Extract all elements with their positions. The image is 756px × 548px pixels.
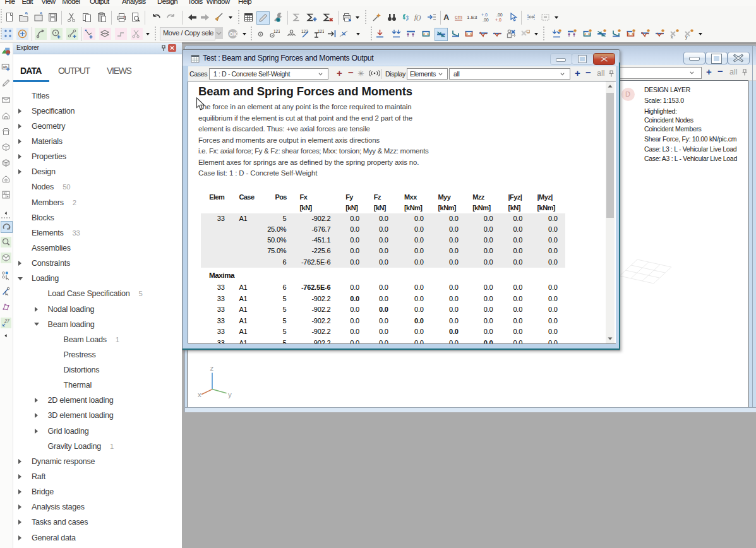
svg-text:123: 123 [318,29,324,33]
svg-text:.00: .00 [496,13,503,17]
svg-text:+.0: +.0 [481,13,488,17]
svg-text:x: x [671,35,673,39]
svg-text:1.E3: 1.E3 [467,15,477,20]
svg-text:z: z [210,364,214,372]
svg-text:cm: cm [455,14,462,20]
svg-text:+.0: +.0 [495,18,501,22]
svg-text:y: y [685,35,688,40]
svg-text:.00: .00 [483,18,489,22]
svg-text:f(): f() [414,13,421,21]
svg-text:123: 123 [273,29,280,33]
svg-text:A: A [443,13,450,22]
svg-text:y: y [228,391,232,398]
svg-text:OK: OK [229,31,238,37]
svg-text:27: 27 [4,319,9,323]
svg-text:ab: ab [3,64,8,69]
svg-text:x: x [198,391,201,398]
